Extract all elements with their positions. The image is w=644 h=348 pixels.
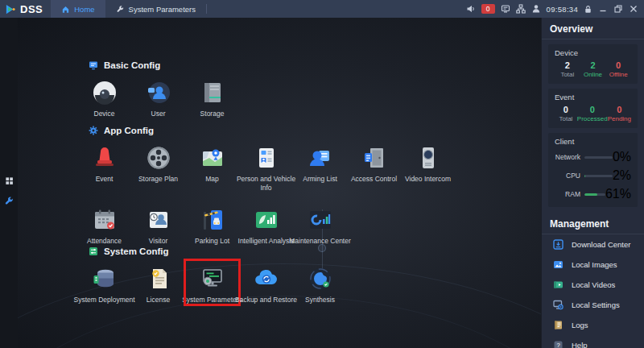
tile-label: Attendance bbox=[87, 237, 122, 246]
app-config-row-2: Attendance Visitor Parking Lot Intellige… bbox=[18, 205, 541, 246]
tile-label: Visitor bbox=[149, 237, 167, 246]
door-access-icon bbox=[360, 143, 389, 172]
cloud-sync-icon bbox=[252, 264, 281, 293]
tile-label: License bbox=[147, 296, 170, 304]
minimize-button[interactable] bbox=[598, 4, 608, 14]
local-videos-icon bbox=[553, 280, 564, 291]
basic-config-icon bbox=[89, 60, 98, 70]
device-tree-icon[interactable] bbox=[516, 4, 526, 14]
dss-logo-icon bbox=[5, 3, 17, 15]
visitor-badge-icon bbox=[144, 205, 173, 234]
tile-storage-plan[interactable]: Storage Plan bbox=[131, 143, 185, 192]
tab-system-parameters[interactable]: System Parameters bbox=[105, 0, 206, 18]
tile-user[interactable]: User bbox=[131, 78, 185, 118]
tab-home[interactable]: Home bbox=[51, 0, 105, 18]
tile-event[interactable]: Event bbox=[77, 143, 131, 192]
clock-time: 09:58:34 bbox=[547, 5, 578, 14]
system-config-icon bbox=[89, 246, 98, 256]
system-config-header: System Config bbox=[18, 246, 541, 257]
management-item-local-settings[interactable]: Local Settings bbox=[542, 295, 644, 315]
tile-video-intercom[interactable]: Video Intercom bbox=[401, 143, 455, 192]
tile-label: Intelligent Analysis bbox=[238, 237, 295, 246]
tile-label: Event bbox=[96, 175, 114, 184]
tile-label: Arming List bbox=[303, 175, 337, 184]
management-item-logs[interactable]: Logs bbox=[542, 315, 644, 335]
tile-label: Video Intercom bbox=[405, 175, 451, 184]
monitor-gear-icon bbox=[198, 264, 227, 293]
user-account-icon[interactable] bbox=[531, 4, 541, 14]
device-offline-stat: 0 Offline bbox=[605, 60, 631, 78]
overview-device-card: Device 2 Total 2 Online 0 Offline bbox=[548, 44, 638, 84]
local-settings-icon bbox=[553, 300, 564, 311]
tile-attendance[interactable]: Attendance bbox=[77, 205, 131, 246]
close-button[interactable] bbox=[629, 4, 638, 14]
app-logo: DSS bbox=[0, 0, 51, 18]
config-wrench-icon[interactable] bbox=[4, 196, 14, 206]
system-config-row: System Deployment License System Paramet… bbox=[18, 264, 541, 304]
topbar-right-cluster: 0 09:58:34 bbox=[466, 0, 644, 18]
device-card-label: Device bbox=[555, 48, 631, 57]
tile-map[interactable]: Map bbox=[185, 143, 239, 192]
lock-icon[interactable] bbox=[584, 5, 592, 14]
device-total-stat: 2 Total bbox=[555, 60, 580, 78]
tile-device[interactable]: Device bbox=[77, 78, 131, 118]
wrench-icon bbox=[116, 5, 125, 14]
map-pin-icon bbox=[198, 143, 227, 172]
right-panel: Overview Device 2 Total 2 Online 0 Offli… bbox=[541, 18, 644, 348]
alarm-count-badge[interactable]: 0 bbox=[481, 4, 495, 14]
tile-arming-list[interactable]: Arming List bbox=[293, 143, 347, 192]
tab-separator bbox=[206, 4, 207, 14]
network-meter: Network 0% bbox=[555, 150, 631, 164]
id-card-icon bbox=[252, 143, 281, 172]
overview-event-card: Event 0 Total 0 Processed 0 Pending bbox=[548, 89, 638, 128]
tile-label: Access Control bbox=[351, 175, 397, 184]
left-sidebar bbox=[0, 18, 18, 348]
section-title: Basic Config bbox=[104, 60, 160, 70]
tile-visitor[interactable]: Visitor bbox=[131, 205, 185, 246]
synthesis-orb-icon bbox=[306, 264, 335, 293]
local-images-icon bbox=[553, 259, 564, 271]
apps-grid-icon[interactable] bbox=[5, 176, 14, 185]
tile-parking-lot[interactable]: Parking Lot bbox=[185, 205, 239, 246]
tile-synthesis[interactable]: Synthesis bbox=[293, 264, 347, 304]
event-panel-icon[interactable] bbox=[501, 4, 510, 14]
client-card-label: Client bbox=[555, 137, 631, 146]
tile-label: System Parameters bbox=[182, 296, 242, 304]
tab-home-label: Home bbox=[74, 5, 94, 14]
tile-access-control[interactable]: Access Control bbox=[347, 143, 401, 192]
top-bar: DSS Home System Parameters 0 09:58:34 bbox=[0, 0, 644, 18]
film-reel-icon bbox=[144, 143, 173, 172]
database-stack-icon bbox=[90, 264, 119, 293]
brand-name: DSS bbox=[20, 3, 43, 15]
tile-label: Storage bbox=[200, 110, 225, 118]
parking-barrier-icon bbox=[198, 205, 227, 234]
tile-license[interactable]: License bbox=[131, 264, 185, 304]
tile-person-vehicle-info[interactable]: Person and VehicleInfo bbox=[239, 143, 293, 192]
tile-system-parameters[interactable]: System Parameters bbox=[185, 264, 239, 304]
management-item-help[interactable]: ? Help bbox=[542, 335, 644, 348]
overview-client-card: Client Network 0% CPU 2% RAM 61% bbox=[548, 133, 638, 207]
tile-label: Map bbox=[205, 175, 219, 184]
ram-meter: RAM 61% bbox=[555, 187, 631, 201]
leaf-chart-icon bbox=[252, 205, 281, 234]
download-center-icon bbox=[553, 239, 564, 251]
tile-storage[interactable]: Storage bbox=[185, 78, 239, 118]
alarm-sound-icon[interactable] bbox=[466, 4, 476, 14]
event-processed-stat: 0 Processed bbox=[577, 105, 608, 122]
calendar-icon bbox=[90, 205, 119, 234]
restore-button[interactable] bbox=[613, 4, 623, 14]
tile-intelligent-analysis[interactable]: Intelligent Analysis bbox=[239, 205, 293, 246]
intercom-icon bbox=[414, 143, 443, 172]
section-title: System Config bbox=[104, 246, 169, 256]
tile-label: Synthesis bbox=[305, 296, 335, 304]
section-app-config: App Config Event Storage Plan Map bbox=[18, 125, 541, 246]
management-item-download-center[interactable]: Download Center bbox=[542, 234, 644, 255]
management-item-local-images[interactable]: Local Images bbox=[542, 255, 644, 275]
tile-backup-and-restore[interactable]: Backup and Restore bbox=[239, 264, 293, 304]
management-item-local-videos[interactable]: Local Videos bbox=[542, 275, 644, 295]
basic-config-row: Device User Storage bbox=[18, 78, 541, 118]
tile-maintenance-center[interactable]: Maintenance Center bbox=[293, 205, 347, 246]
tile-label: Maintenance Center bbox=[289, 237, 351, 246]
donut-stats-icon bbox=[306, 205, 335, 234]
tile-system-deployment[interactable]: System Deployment bbox=[77, 264, 131, 304]
